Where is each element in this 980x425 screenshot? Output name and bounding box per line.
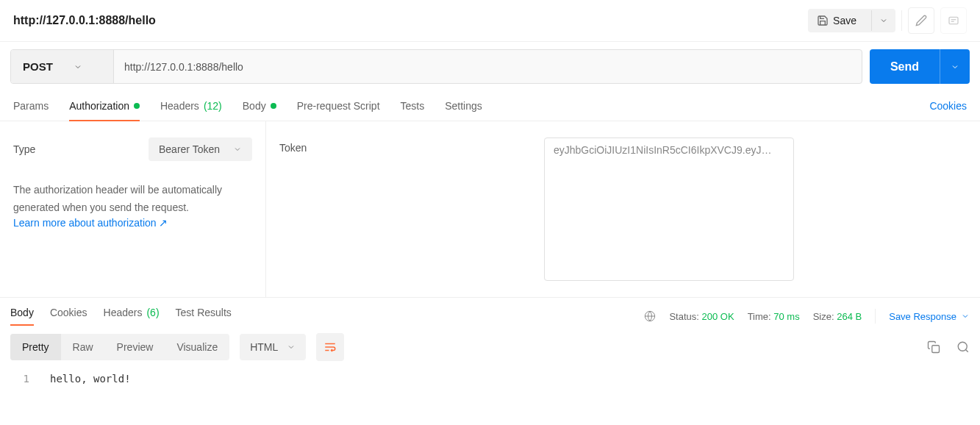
line-number: 1	[10, 373, 29, 385]
chevron-down-icon	[74, 63, 82, 71]
copy-icon[interactable]	[927, 340, 940, 354]
format-select[interactable]: HTML	[240, 334, 306, 360]
globe-icon[interactable]	[644, 310, 656, 322]
comment-button[interactable]	[940, 7, 967, 34]
save-dropdown[interactable]	[871, 10, 895, 31]
tab-settings[interactable]: Settings	[445, 91, 482, 121]
tab-label: Body	[243, 100, 266, 112]
line-content: hello, world!	[50, 373, 131, 385]
response-tab-testresults[interactable]: Test Results	[176, 307, 232, 326]
tab-label: Headers	[160, 100, 199, 112]
auth-type-value: Bearer Token	[159, 143, 220, 155]
save-icon	[817, 15, 829, 26]
view-visualize[interactable]: Visualize	[165, 334, 229, 360]
svg-rect-0	[949, 17, 958, 24]
svg-rect-7	[932, 346, 940, 353]
tab-authorization[interactable]: Authorization	[69, 91, 140, 121]
send-dropdown[interactable]	[940, 49, 970, 84]
view-raw[interactable]: Raw	[61, 334, 105, 360]
send-button[interactable]: Send	[870, 49, 940, 84]
wrap-icon	[323, 340, 337, 354]
headers-count: (12)	[204, 100, 222, 112]
response-tab-body[interactable]: Body	[10, 307, 34, 326]
tab-tests[interactable]: Tests	[401, 91, 425, 121]
time-meta[interactable]: Time: 70 ms	[748, 311, 800, 322]
chevron-down-icon	[961, 312, 970, 321]
auth-type-select[interactable]: Bearer Token	[149, 138, 252, 161]
response-tab-headers[interactable]: Headers (6)	[104, 307, 160, 326]
tab-prerequest[interactable]: Pre-request Script	[297, 91, 380, 121]
edit-button[interactable]	[908, 7, 934, 34]
auth-helper-text: The authorization header will be automat…	[13, 182, 252, 217]
wrap-lines-button[interactable]	[316, 333, 344, 361]
method-label: POST	[23, 60, 53, 73]
view-pretty[interactable]: Pretty	[10, 334, 61, 360]
cookies-link[interactable]: Cookies	[929, 100, 967, 112]
chevron-down-icon	[233, 145, 242, 154]
tab-label: Authorization	[69, 100, 129, 112]
method-url-group: POST	[10, 49, 862, 84]
svg-line-9	[965, 349, 968, 351]
search-icon[interactable]	[956, 340, 970, 354]
response-body: 1 hello, world!	[0, 368, 980, 395]
token-label: Token	[279, 138, 515, 281]
size-meta[interactable]: Size: 264 B	[813, 311, 862, 322]
chevron-down-icon	[879, 16, 888, 25]
divider	[901, 10, 902, 31]
tab-headers[interactable]: Headers (12)	[160, 91, 222, 121]
response-tab-cookies[interactable]: Cookies	[50, 307, 87, 326]
save-response-button[interactable]: Save Response	[889, 311, 970, 322]
divider	[875, 309, 876, 324]
tab-label: Headers	[104, 307, 143, 318]
chevron-down-icon	[951, 63, 959, 71]
send-group: Send	[870, 49, 970, 84]
auth-learn-link[interactable]: Learn more about authorization ↗	[13, 217, 252, 229]
resp-headers-count: (6)	[146, 307, 159, 318]
save-button[interactable]: Save	[808, 9, 865, 32]
save-button-group: Save	[808, 9, 895, 32]
view-mode-group: Pretty Raw Preview Visualize	[10, 334, 229, 360]
pencil-icon	[915, 15, 927, 26]
method-select[interactable]: POST	[11, 50, 114, 83]
svg-point-8	[958, 342, 967, 351]
url-input[interactable]	[114, 50, 862, 83]
auth-type-label: Type	[13, 143, 35, 155]
status-dot	[271, 103, 276, 109]
request-title: http://127.0.0.1:8888/hello	[13, 14, 808, 27]
token-input[interactable]: eyJhbGciOiJIUzI1NiIsInR5cCI6IkpXVCJ9.eyJ…	[544, 138, 794, 281]
tab-body[interactable]: Body	[243, 91, 276, 121]
chevron-down-icon	[287, 343, 296, 351]
view-preview[interactable]: Preview	[105, 334, 165, 360]
comment-icon	[948, 15, 959, 26]
save-label: Save	[833, 15, 856, 26]
format-label: HTML	[250, 341, 278, 353]
status-dot	[134, 103, 140, 109]
tab-params[interactable]: Params	[13, 91, 49, 121]
status-meta[interactable]: Status: 200 OK	[669, 311, 734, 322]
